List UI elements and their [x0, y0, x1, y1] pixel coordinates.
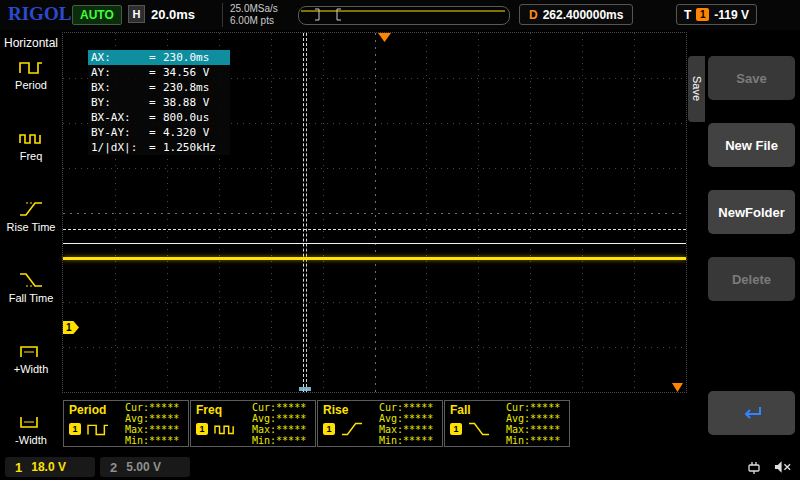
channel2-status[interactable]: 2 5.00 V — [100, 457, 190, 477]
trigger-source-badge: 1 — [696, 8, 709, 21]
save-button[interactable]: Save — [708, 56, 795, 100]
channel1-badge: 1 — [15, 460, 22, 475]
measure-category-title: Horizontal — [0, 36, 62, 50]
measure-item-label: Fall Time — [0, 292, 62, 304]
measure-item-plus-width[interactable]: +Width — [0, 340, 62, 405]
graticule: 1 AX:=230.0ms AY:=34.56 V BX:=230.8ms BY… — [62, 32, 687, 393]
channel-badge: 1 — [69, 423, 81, 435]
cursor-row: BX-AX:=800.0us — [88, 110, 230, 125]
trigger-label: T — [684, 8, 691, 22]
h-label: H — [128, 5, 145, 23]
cursor-b-vertical-line[interactable] — [306, 33, 307, 392]
period-icon — [86, 419, 110, 443]
channel-badge: 1 — [196, 423, 208, 435]
freq-icon — [213, 419, 237, 443]
channel2-badge: 2 — [110, 460, 117, 475]
delay-label: D — [529, 8, 538, 22]
channel1-status[interactable]: 1 18.0 V — [5, 457, 95, 477]
rigol-logo: RIGOL — [8, 3, 71, 25]
status-bar: 1 18.0 V 2 5.00 V — [0, 455, 800, 480]
channel-badge: 1 — [323, 423, 335, 435]
left-measure-menu: Horizontal Period Freq Rise Time Fall Ti… — [0, 30, 62, 455]
measurement-box-freq: Freq 1 Cur:***** Avg:***** Max:***** Min… — [190, 400, 316, 447]
usb-icon — [745, 458, 763, 480]
cursor-readout-panel: AX:=230.0ms AY:=34.56 V BX:=230.8ms BY:=… — [88, 50, 230, 155]
timebase-value: 20.0ms — [151, 7, 195, 22]
return-button[interactable] — [708, 391, 795, 435]
cursor-row: AX:=230.0ms — [88, 50, 230, 65]
trigger-level-value: -119 V — [714, 8, 749, 22]
measure-item-label: -Width — [0, 434, 62, 446]
measure-item-fall-time[interactable]: Fall Time — [0, 269, 62, 334]
cursor-a-vertical-line[interactable] — [303, 33, 304, 392]
rise-time-icon — [0, 198, 62, 220]
memory-depth: 6.00M pts — [230, 15, 278, 27]
measure-item-label: Rise Time — [0, 221, 62, 233]
measurement-box-rise: Rise 1 Cur:***** Avg:***** Max:***** Min… — [317, 400, 443, 447]
delay-readout: D 262.400000ms — [519, 4, 633, 25]
cursor-row: 1/|dX|:=1.250kHz — [88, 140, 230, 155]
measure-item-freq[interactable]: Freq — [0, 127, 62, 192]
run-state-badge: AUTO — [72, 5, 122, 25]
measure-item-rise-time[interactable]: Rise Time — [0, 198, 62, 263]
delete-button[interactable]: Delete — [708, 257, 795, 301]
measurement-row: Period 1 Cur:***** Avg:***** Max:***** M… — [63, 400, 570, 447]
right-softkey-menu: Save Save New File NewFolder Delete — [688, 30, 800, 455]
menu-tab-save: Save — [688, 56, 705, 122]
cursor-row: BX:=230.8ms — [88, 80, 230, 95]
speaker-muted-icon — [774, 459, 792, 479]
period-icon — [0, 56, 62, 78]
horizontal-scale-readout: H 20.0ms — [128, 5, 195, 23]
cursor-row: AY:=34.56 V — [88, 65, 230, 80]
cursor-row: BY-AY:=4.320 V — [88, 125, 230, 140]
measure-item-label: Period — [0, 79, 62, 91]
cursor-handle[interactable] — [299, 387, 311, 391]
channel1-scale: 18.0 V — [31, 460, 66, 474]
top-bar: RIGOL AUTO H 20.0ms 25.0MSa/s 6.00M pts … — [0, 0, 800, 30]
channel-badge: 1 — [450, 423, 462, 435]
measure-item-label: Freq — [0, 150, 62, 162]
plus-width-icon — [0, 340, 62, 362]
cursor-row: BY:=38.88 V — [88, 95, 230, 110]
channel2-scale: 5.00 V — [126, 460, 161, 474]
measure-item-period[interactable]: Period — [0, 56, 62, 121]
delay-value: 262.400000ms — [543, 8, 624, 22]
measurement-stats: Cur:***** Avg:***** Max:***** Min:***** — [252, 402, 312, 446]
sample-rate: 25.0MSa/s — [230, 3, 278, 15]
new-file-button[interactable]: New File — [708, 123, 795, 167]
cursor-b-horizontal-line[interactable] — [63, 229, 686, 230]
return-arrow-icon — [714, 403, 789, 423]
fall-time-icon — [467, 419, 491, 443]
status-icons — [745, 458, 792, 480]
measure-item-label: +Width — [0, 363, 62, 375]
measurement-box-period: Period 1 Cur:***** Avg:***** Max:***** M… — [63, 400, 189, 447]
measurement-stats: Cur:***** Avg:***** Max:***** Min:***** — [125, 402, 185, 446]
cursor-a-horizontal-line[interactable] — [63, 243, 686, 244]
fall-time-icon — [0, 269, 62, 291]
measurement-box-fall: Fall 1 Cur:***** Avg:***** Max:***** Min… — [444, 400, 570, 447]
new-folder-button[interactable]: NewFolder — [708, 190, 795, 234]
oscilloscope-screen: RIGOL AUTO H 20.0ms 25.0MSa/s 6.00M pts … — [0, 0, 800, 480]
waveform-preview-icon[interactable] — [298, 6, 510, 25]
measurement-stats: Cur:***** Avg:***** Max:***** Min:***** — [506, 402, 566, 446]
minus-width-icon — [0, 411, 62, 433]
ch1-trace — [63, 257, 686, 260]
rise-time-icon — [340, 419, 364, 443]
trigger-readout: T 1 -119 V — [676, 4, 757, 25]
measurement-stats: Cur:***** Avg:***** Max:***** Min:***** — [379, 402, 439, 446]
acquisition-info: 25.0MSa/s 6.00M pts — [222, 3, 278, 27]
freq-icon — [0, 127, 62, 149]
